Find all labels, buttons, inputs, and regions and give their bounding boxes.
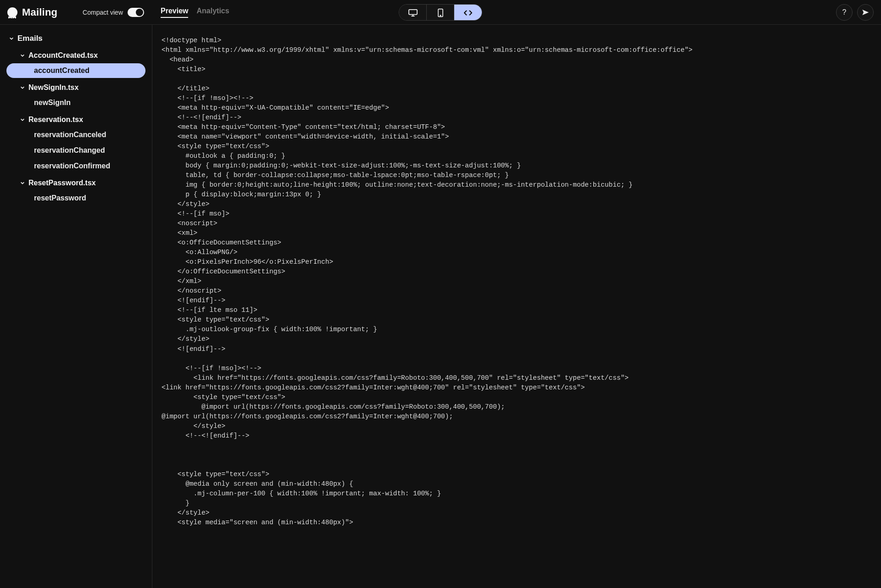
sidebar-group[interactable]: AccountCreated.tsx — [5, 49, 147, 62]
sidebar: Emails AccountCreated.tsxaccountCreatedN… — [0, 25, 152, 588]
sidebar-group-label: ResetPassword.tsx — [28, 179, 96, 187]
help-button[interactable]: ? — [836, 4, 853, 21]
chevron-down-icon — [9, 36, 14, 41]
app-title: Mailing — [22, 6, 57, 18]
sidebar-item[interactable]: resetPassword — [6, 191, 145, 205]
compact-view-toggle[interactable]: Compact view — [83, 8, 144, 17]
view-tabs: Preview Analytics — [161, 7, 229, 18]
svg-point-2 — [440, 15, 441, 16]
sidebar-group[interactable]: NewSignIn.tsx — [5, 81, 147, 94]
compact-view-label: Compact view — [83, 9, 123, 16]
sidebar-item[interactable]: reservationConfirmed — [6, 159, 145, 173]
sidebar-group[interactable]: Reservation.tsx — [5, 113, 147, 127]
chevron-down-icon — [20, 85, 25, 90]
device-code-button[interactable] — [454, 5, 482, 21]
chevron-down-icon — [20, 53, 25, 58]
topbar-right: ? — [836, 4, 874, 21]
sidebar-item[interactable]: reservationCanceled — [6, 128, 145, 142]
sidebar-item[interactable]: reservationChanged — [6, 143, 145, 158]
logo-icon — [7, 7, 17, 17]
device-mobile-button[interactable] — [427, 5, 454, 21]
sidebar-root-label: Emails — [17, 34, 43, 43]
logo-area: Mailing Compact view — [7, 6, 152, 18]
chevron-down-icon — [20, 181, 25, 185]
code-icon — [463, 9, 473, 17]
sidebar-root-emails[interactable]: Emails — [5, 31, 147, 46]
toggle-switch[interactable] — [128, 8, 144, 17]
sidebar-item[interactable]: newSignIn — [6, 95, 145, 110]
tab-preview[interactable]: Preview — [161, 7, 188, 18]
sidebar-group-label: AccountCreated.tsx — [28, 51, 98, 60]
topbar: Mailing Compact view Preview Analytics — [0, 0, 881, 25]
device-desktop-button[interactable] — [399, 5, 427, 21]
send-button[interactable] — [857, 4, 874, 21]
sidebar-item[interactable]: accountCreated — [6, 63, 145, 78]
device-switcher — [399, 4, 482, 21]
send-icon — [862, 9, 869, 16]
chevron-down-icon — [20, 117, 25, 122]
svg-rect-0 — [409, 9, 417, 14]
toggle-knob — [136, 9, 143, 16]
sidebar-group-label: Reservation.tsx — [28, 116, 83, 124]
code-preview-panel: <!doctype html> <html xmlns="http://www.… — [152, 25, 881, 588]
sidebar-group-label: NewSignIn.tsx — [28, 83, 78, 92]
email-source-code[interactable]: <!doctype html> <html xmlns="http://www.… — [162, 36, 872, 527]
desktop-icon — [408, 9, 418, 17]
help-icon: ? — [842, 8, 847, 17]
mobile-icon — [437, 8, 444, 17]
tab-analytics[interactable]: Analytics — [196, 7, 229, 18]
sidebar-group[interactable]: ResetPassword.tsx — [5, 176, 147, 190]
